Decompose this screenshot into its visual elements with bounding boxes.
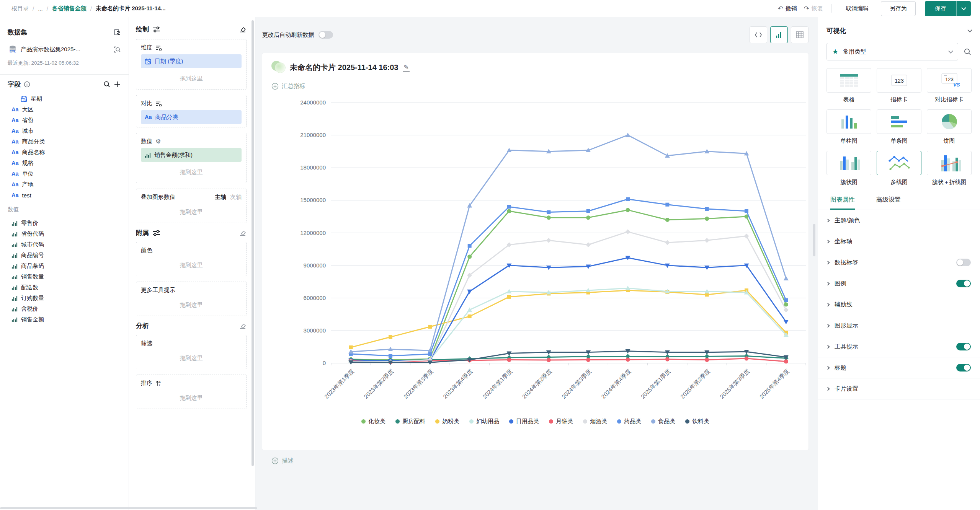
field-item-大区[interactable]: Aa大区 [0,104,129,115]
field-item-商品分类[interactable]: Aa商品分类 [0,136,129,147]
add-field-icon[interactable] [114,81,121,88]
add-summary-metric[interactable]: 汇总指标 [262,82,808,90]
save-as-button[interactable]: 另存为 [881,1,916,16]
field-item-含税价[interactable]: 含税价 [0,303,129,314]
chip-销售金额(求和)[interactable]: 销售金额(求和) [141,148,242,162]
legend-item-食品类[interactable]: 食品类 [651,418,675,425]
eraser-icon[interactable] [239,229,247,237]
field-item-规格[interactable]: Aa规格 [0,158,129,168]
code-view-button[interactable] [750,26,767,43]
canvas-scrollbar[interactable] [813,224,815,256]
auto-refresh-toggle[interactable] [318,31,333,39]
property-row-数据标签[interactable]: 数据标签 [818,252,980,273]
clear-draw-icon[interactable] [239,26,247,33]
chart-type-单柱图[interactable]: 单柱图 [826,109,871,145]
field-item-商品条码[interactable]: 商品条码 [0,261,129,271]
field-item-城市[interactable]: Aa城市 [0,125,129,136]
preview-dataset-icon[interactable] [114,46,121,53]
legend-item-月饼类[interactable]: 月饼类 [549,418,573,425]
switch-dataset-icon[interactable] [113,29,121,36]
breadcrumb-root[interactable]: 根目录 [11,5,29,12]
legend-item-奶粉类[interactable]: 奶粉类 [435,418,459,425]
legend-item-烟酒类[interactable]: 烟酒类 [583,418,607,425]
toggle-标题[interactable] [956,364,971,372]
tab-图表属性[interactable]: 图表属性 [830,196,855,210]
field-item-省份[interactable]: Aa省份 [0,115,129,125]
chart-type-簇状＋折线图[interactable]: 簇状＋折线图 [927,151,972,186]
tab-高级设置[interactable]: 高级设置 [876,196,901,210]
redo-button[interactable]: ↷ 恢复 [804,5,823,13]
breadcrumb-folder[interactable]: 各省销售金额 [52,5,87,12]
well-叠加图形数值[interactable]: 叠加图形数值主轴次轴拖到这里 [136,189,247,223]
toggle-数据标签[interactable] [956,259,971,266]
cancel-edit-button[interactable]: 取消编辑 [840,2,874,16]
search-chart-type-icon[interactable] [964,48,972,56]
chip-商品分类[interactable]: Aa商品分类 [141,110,242,124]
toggle-图例[interactable] [956,280,971,287]
field-item-商品编号[interactable]: 商品编号 [0,250,129,261]
collapse-panel-icon[interactable] [967,28,972,33]
chart-type-簇状图[interactable]: 簇状图 [826,151,871,186]
field-item-销售数量[interactable]: 销售数量 [0,271,129,282]
property-row-图例[interactable]: 图例 [818,273,980,294]
search-fields-icon[interactable] [103,81,111,88]
chart-type-指标卡[interactable]: 123指标卡 [877,68,921,103]
legend-item-饮料类[interactable]: 饮料类 [685,418,709,425]
draw-panel-scrollbar[interactable] [252,20,254,466]
field-item-省份代码[interactable]: 省份代码 [0,228,129,239]
well-对比[interactable]: 对比Aa商品分类 [136,95,247,127]
property-row-卡片设置[interactable]: 卡片设置 [818,378,980,399]
chart-category-select[interactable]: ★ 常用类型 [826,43,958,60]
breadcrumb-ellipsis[interactable]: ... [38,5,43,12]
well-颜色[interactable]: 颜色拖到这里 [136,242,247,276]
add-description[interactable]: 描述 [262,457,808,465]
chart-type-表格[interactable]: 表格 [826,68,871,103]
property-row-标题[interactable]: 标题 [818,357,980,378]
save-dropdown-button[interactable] [956,1,971,16]
table-view-button[interactable] [791,26,808,43]
chip-日期 (季度)[interactable]: 日期 (季度) [141,54,242,68]
chart-type-对比指标卡[interactable]: 123VS对比指标卡 [927,68,972,103]
property-row-工具提示[interactable]: 工具提示 [818,336,980,357]
legend-item-日用品类[interactable]: 日用品类 [509,418,539,425]
toggle-工具提示[interactable] [956,343,971,350]
line-chart[interactable]: 0300000060000009000000120000001500000018… [262,90,808,415]
property-row-主题/颜色[interactable]: 主题/颜色 [818,210,980,231]
property-row-坐标轴[interactable]: 坐标轴 [818,231,980,252]
bars-icon [11,295,18,301]
property-row-图形显示[interactable]: 图形显示 [818,315,980,336]
field-item-配送数[interactable]: 配送数 [0,282,129,293]
field-item-城市代码[interactable]: 城市代码 [0,239,129,250]
field-item-零售价[interactable]: 零售价 [0,218,129,228]
chart-view-button[interactable] [770,26,788,43]
well-筛选[interactable]: 筛选拖到这里 [136,335,247,369]
well-数值[interactable]: 数值⚙销售金额(求和)拖到这里 [136,133,247,183]
chart-type-单条图[interactable]: 单条图 [877,109,921,145]
field-item-test[interactable]: Aatest [0,190,129,200]
eraser-icon[interactable] [239,322,247,330]
chart-type-饼图[interactable]: 饼图 [927,109,972,145]
legend-item-化妆类[interactable]: 化妆类 [361,418,385,425]
save-button[interactable]: 保存 [925,1,956,16]
well-更多工具提示[interactable]: 更多工具提示拖到这里 [136,282,247,316]
svg-text:2023年第1季度: 2023年第1季度 [323,368,355,400]
axis-option-次轴[interactable]: 次轴 [230,194,242,201]
property-row-辅助线[interactable]: 辅助线 [818,294,980,315]
legend-item-药品类[interactable]: 药品类 [617,418,641,425]
dataset-name[interactable]: 产品演示数据集2025-... [21,46,111,53]
well-排序[interactable]: 排序Az拖到这里 [136,375,247,409]
field-item-商品名称[interactable]: Aa商品名称 [0,147,129,158]
axis-option-主轴[interactable]: 主轴 [215,194,226,201]
legend-item-妇幼用品[interactable]: 妇幼用品 [469,418,499,425]
field-item-单位[interactable]: Aa单位 [0,168,129,179]
edit-title-icon[interactable]: ✎ [403,64,409,72]
field-item-星期[interactable]: 星期 [0,93,129,104]
well-维度[interactable]: 维度日期 (季度)拖到这里 [136,39,247,90]
field-item-销售金额[interactable]: 销售金额 [0,314,129,325]
field-item-产地[interactable]: Aa产地 [0,179,129,190]
legend-item-厨房配料[interactable]: 厨房配料 [395,418,425,425]
chart-type-多线图[interactable]: 多线图 [877,151,921,186]
horizontal-scrollbar[interactable] [0,507,257,509]
undo-button[interactable]: ↶ 撤销 [778,5,797,13]
field-item-订购数量[interactable]: 订购数量 [0,293,129,303]
